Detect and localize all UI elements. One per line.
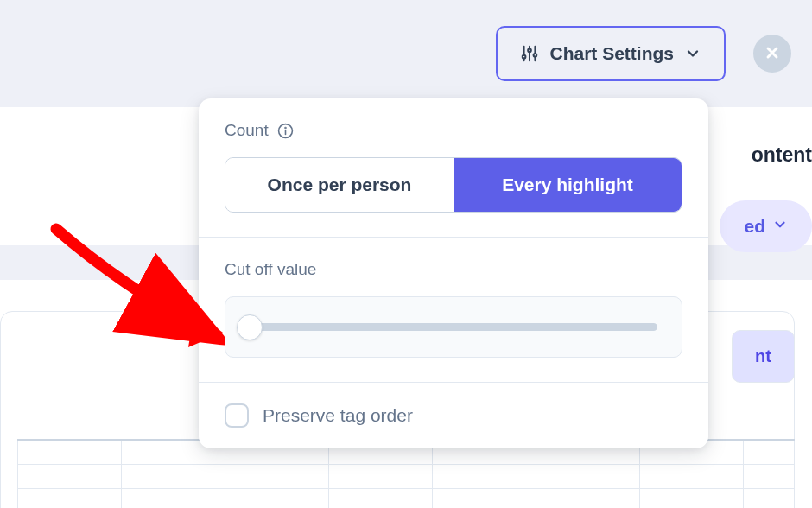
chevron-down-icon (772, 216, 788, 237)
chevron-down-icon (684, 45, 701, 62)
chart-settings-label: Chart Settings (549, 43, 674, 64)
partial-badge[interactable]: nt (732, 330, 795, 383)
sliders-icon (520, 44, 539, 63)
count-label-row: Count (225, 121, 682, 140)
partial-pill[interactable]: ed (720, 200, 812, 252)
cutoff-slider-container (225, 296, 682, 358)
chart-settings-popover: Count Once per person Every highlight Cu… (199, 98, 708, 448)
svg-point-5 (529, 49, 532, 53)
count-option-every[interactable]: Every highlight (454, 158, 682, 212)
preserve-section: Preserve tag order (199, 383, 708, 448)
close-button[interactable] (753, 35, 791, 73)
count-option-once[interactable]: Once per person (225, 158, 454, 212)
count-section: Count Once per person Every highlight (199, 98, 708, 238)
count-toggle-group: Once per person Every highlight (225, 157, 682, 213)
preserve-checkbox[interactable] (225, 403, 249, 428)
info-icon[interactable] (277, 123, 294, 139)
cutoff-slider-thumb[interactable] (237, 314, 263, 340)
chart-grid (17, 439, 795, 508)
partial-tab-text: ontent (752, 143, 812, 167)
cutoff-label: Cut off value (225, 260, 316, 279)
chart-settings-button[interactable]: Chart Settings (496, 26, 726, 81)
svg-point-2 (523, 55, 526, 59)
count-label: Count (225, 121, 269, 140)
close-icon (764, 44, 781, 64)
cutoff-label-row: Cut off value (225, 260, 682, 279)
cutoff-section: Cut off value (199, 238, 708, 383)
svg-point-13 (285, 127, 286, 128)
svg-point-8 (534, 54, 537, 57)
cutoff-slider-track[interactable] (250, 323, 657, 331)
preserve-label[interactable]: Preserve tag order (263, 405, 413, 426)
partial-pill-text: ed (744, 216, 765, 237)
top-bar: Chart Settings (0, 0, 812, 107)
